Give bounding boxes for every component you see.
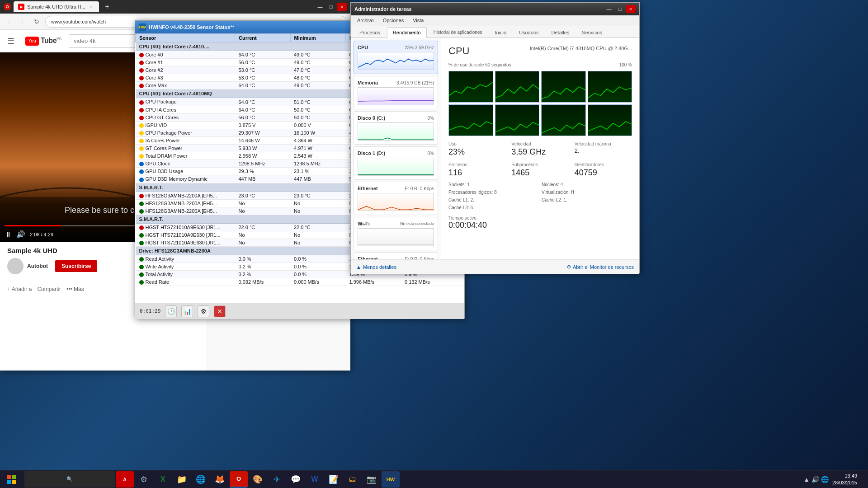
play-pause-btn[interactable]: ⏸ [5,230,12,239]
tm-menu-opciones[interactable]: Opciones [379,17,407,24]
hw-sensor-name: IA Cores Power [136,136,235,144]
subprocesos-label: Subprocesos [511,162,569,167]
hw-minimum: No [290,239,346,246]
tm-perf-eth1[interactable]: Ethernet E: 0 R: 0 Kbps [354,182,438,215]
tab-close-btn[interactable]: × [88,4,94,10]
hwinfo-title-left: HW HWiNFO v4.48-2350 Sensor Status** [139,23,234,31]
tm-minimize-btn[interactable]: — [604,5,614,13]
volume-btn[interactable]: 🔊 [16,230,25,239]
browser-maximize-btn[interactable]: □ [326,3,336,11]
vel-label: Velocidad [511,141,569,146]
tm-perf-eth2[interactable]: Ethernet E: 0 R: 0 Kbps [354,252,438,259]
tm-perf-disk0[interactable]: Disco 0 (C:) 0% [354,111,438,145]
hw-sensor-name: HFS128G3AMNB-2200A [EH5... [136,192,235,199]
taskbar-folder[interactable]: 📁 [173,471,191,488]
svg-rect-3 [12,475,16,479]
tm-resource-monitor-btn[interactable]: ⊕ Abrir el Monitor de recursos [567,264,634,270]
refresh-btn[interactable]: ↻ [31,16,42,28]
hw-current: 14.646 W [235,136,291,144]
youtube-logo[interactable]: You TubeES [25,37,61,46]
vel-value: 3,59 GHz [511,147,569,157]
tm-menu-vista[interactable]: Vista [409,17,427,24]
stat-ids: Identificadores 40759 [575,162,632,178]
hw-minimum: 23.0 °C [290,192,346,199]
tab-detalles[interactable]: Detalles [546,27,576,38]
taskbar-firefox[interactable]: 🦊 [211,471,229,488]
tm-perf-disk1[interactable]: Disco 1 (D:) 0% [354,146,438,180]
tray-icons: ▲ 🔊 🌐 [803,476,829,483]
tm-footer: ▲ Menos detalles ⊕ Abrir el Monitor de r… [351,259,639,274]
yt-hamburger-btn[interactable]: ☰ [7,36,14,46]
tab-usuarios[interactable]: Usuarios [513,27,544,38]
tab-servicios[interactable]: Servicios [576,27,608,38]
yt-logo-icon: You [25,37,39,46]
disk1-item-name: Disco 1 (D:) [358,150,385,156]
tm-maximize-btn[interactable]: □ [615,5,625,13]
start-btn[interactable] [0,470,23,488]
tm-perf-wifi[interactable]: Wi-Fi No está conectado [354,217,438,250]
taskbar-telegram[interactable]: ✈ [268,471,286,488]
hw-maximum: 1.996 MB/s [346,278,401,286]
hw-sensor-name: CPU Package Power [136,129,235,136]
hw-average: 0.132 MB/s [401,278,457,286]
taskbar-camera[interactable]: 📷 [363,471,381,488]
tab-historial[interactable]: Historial de aplicaciones [428,27,488,38]
hw-clock-btn[interactable]: 🕐 [165,305,177,317]
more-btn[interactable]: ••• Más [66,286,84,292]
tm-perf-memory[interactable]: Memoria 3,4/15,9 GB (21%) [354,76,438,109]
back-btn[interactable]: ‹ [4,16,15,28]
hw-minimum: 48.0 °C [290,74,346,82]
subscribe-btn[interactable]: Suscribirse [55,260,97,272]
taskbar-tools[interactable]: ⚙ [135,471,153,488]
active-tab[interactable]: ▶ Sample 4k UHD (Ultra H... × [14,1,99,12]
hw-settings-btn[interactable]: ⚙ [198,305,209,317]
tab-procesos[interactable]: Procesos [354,27,386,38]
velmax-value: 2. [575,147,632,154]
browser-close-btn[interactable]: × [337,3,347,11]
hw-chart-btn[interactable]: 📊 [181,305,193,317]
hw-minimum: 49.0 °C [290,51,346,59]
hw-close-btn[interactable]: ✕ [214,305,226,317]
taskbar-opera[interactable]: O [230,471,248,488]
tm-perf-cpu[interactable]: CPU 23% 3,59 GHz [354,41,438,74]
taskbar-files[interactable]: 🗂 [344,471,362,488]
tm-menu-archivo[interactable]: Archivo [354,17,377,24]
taskbar-paint[interactable]: 🎨 [249,471,267,488]
hw-minimum: 0.0 % [290,271,346,278]
uso-value: 23% [448,147,506,157]
taskbar-acrobat[interactable]: A [116,471,134,488]
progress-fill [5,225,61,226]
tm-less-details-btn[interactable]: ▲ Menos detalles [356,264,396,270]
browser-minimize-btn[interactable]: — [315,3,325,11]
taskbar-chat[interactable]: 💬 [287,471,305,488]
time-display: 2:08 / 4:29 [30,232,53,237]
taskbar-onenote[interactable]: 📝 [325,471,343,488]
tm-sidebar: CPU 23% 3,59 GHz Memoria 3,4/15,9 GB (21… [351,38,441,259]
tab-rendimiento[interactable]: Rendimiento [387,27,427,38]
taskbar-excel[interactable]: X [154,471,172,488]
cpu-graph-4 [448,104,493,136]
eth1-mini-graph [358,193,434,211]
taskbar-hwinfo-tray[interactable]: HW [382,471,400,488]
hw-sensor-name: CPU Package [136,98,235,106]
hw-sensor-name: Total DRAM Power [136,152,235,160]
ids-label: Identificadores [575,162,632,167]
col-minimum: Minimum [290,34,346,42]
show-desktop-btn[interactable] [861,471,863,488]
hw-current: 56.0 °C [235,113,291,121]
tiempo-label: Tiempo activo [448,216,632,221]
hw-current: 64.0 °C [235,98,291,106]
share-btn[interactable]: Compartir [37,286,61,292]
cache1-value: 2. [470,197,474,202]
taskbar-globe[interactable]: 🌐 [192,471,210,488]
new-tab-btn[interactable]: + [102,1,113,12]
forward-btn[interactable]: › [16,16,28,28]
hw-current: 29.3 % [235,168,291,175]
tab-inicio[interactable]: Inicio [489,27,512,38]
add-to-btn[interactable]: + Añadir a [7,286,32,292]
taskbar-search[interactable]: 🔍 [24,471,115,488]
taskbar-word[interactable]: W [306,471,324,488]
tm-close-btn[interactable]: × [626,5,636,13]
hw-sensor-name: HFS128G3AMNB-2200A [EH5... [136,207,235,215]
hw-current: 5.933 W [235,145,291,152]
